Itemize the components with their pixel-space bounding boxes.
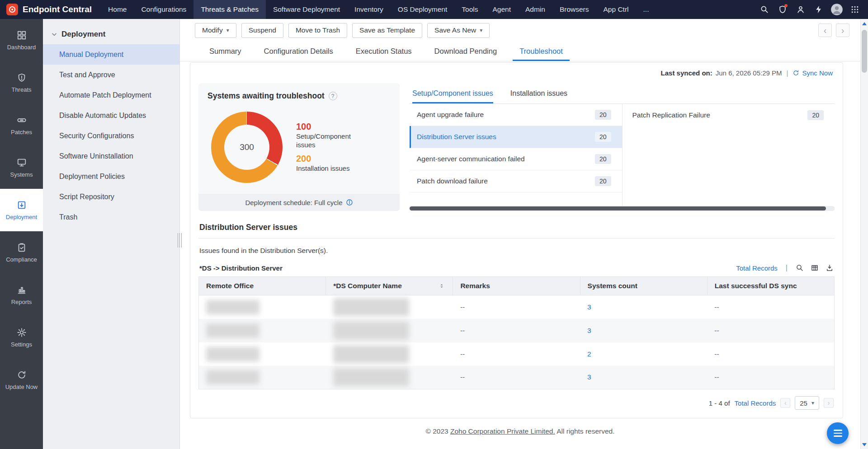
modify-button[interactable]: Modify▾ [195, 23, 236, 38]
info-icon[interactable] [346, 199, 353, 206]
nav-home[interactable]: Home [101, 0, 134, 19]
nav-configurations[interactable]: Configurations [134, 0, 193, 19]
apps-grid-icon[interactable] [847, 2, 863, 17]
table-row[interactable]: -- 3 -- [199, 366, 835, 389]
col-last-successful-ds-sync[interactable]: Last successful DS sync [707, 277, 834, 295]
tab-setup-component-issues[interactable]: Setup/Component issues [412, 83, 493, 103]
systems-count-link[interactable]: 3 [587, 373, 591, 381]
sidebar-item-security-configurations[interactable]: Security Configurations [43, 126, 179, 146]
issue-patch-replication-failure[interactable]: Patch Replication Failure 20 [623, 104, 835, 126]
column-chooser-icon[interactable] [811, 264, 819, 272]
rail-item-dashboard[interactable]: Dashboard [0, 19, 43, 61]
search-icon[interactable] [757, 2, 772, 17]
table-search-icon[interactable] [796, 264, 804, 272]
remarks-cell: -- [453, 342, 580, 366]
tab-execution-status[interactable]: Execution Status [344, 42, 423, 61]
table-row[interactable]: -- 3 -- [199, 295, 835, 319]
col-systems-count[interactable]: Systems count [580, 277, 707, 295]
tab-summary[interactable]: Summary [198, 42, 253, 61]
scroll-up-arrow[interactable] [861, 20, 868, 27]
rail-item-threats[interactable]: Threats [0, 61, 43, 104]
rail-item-update-now[interactable]: Update Now [0, 359, 43, 401]
sidebar-item-deployment-policies[interactable]: Deployment Policies [43, 166, 179, 187]
sync-now-button[interactable]: Sync Now [793, 69, 833, 77]
suspend-button[interactable]: Suspend [241, 23, 283, 38]
tab-troubleshoot[interactable]: Troubleshoot [508, 42, 574, 61]
issue-count-badge[interactable]: 20 [807, 110, 824, 120]
rail-item-systems[interactable]: Systems [0, 146, 43, 189]
sidebar-item-test-and-approve[interactable]: Test and Approve [43, 65, 179, 85]
page-size-select[interactable]: 25 ▾ [795, 396, 819, 410]
next-config-button[interactable]: › [836, 23, 849, 37]
quick-actions-bolt-icon[interactable] [811, 2, 826, 17]
issue-agent-server-communication-failed[interactable]: Agent-server communication failed 20 [410, 148, 622, 170]
nav-app-ctrl[interactable]: App Ctrl [596, 0, 636, 19]
vertical-scrollbar[interactable] [860, 19, 868, 449]
sort-icon[interactable] [438, 282, 445, 290]
sidebar-item-trash[interactable]: Trash [43, 207, 179, 227]
issue-distribution-server-issues[interactable]: Distribution Server issues 20 [410, 126, 622, 148]
rail-item-compliance[interactable]: Compliance [0, 231, 43, 274]
sidebar-item-automate-patch-deployment[interactable]: Automate Patch Deployment [43, 85, 179, 105]
issue-agent-upgrade-failure[interactable]: Agent upgrade failure 20 [410, 104, 622, 126]
help-icon[interactable]: ? [329, 92, 337, 100]
prev-config-button[interactable]: ‹ [818, 23, 832, 37]
table-row[interactable]: -- 3 -- [199, 319, 835, 342]
security-badge-icon[interactable] [775, 2, 790, 17]
nav-os-deployment[interactable]: OS Deployment [391, 0, 454, 19]
chevron-down-icon [51, 31, 57, 37]
tab-download-pending[interactable]: Download Pending [423, 42, 509, 61]
rail-item-deployment[interactable]: Deployment [0, 189, 43, 231]
col-remarks[interactable]: Remarks [453, 277, 580, 295]
last-synced-value: Jun 6, 2026 05:29 PM [716, 69, 782, 77]
zoho-link[interactable]: Zoho Corporation Private Limited. [450, 427, 555, 435]
nav-software-deployment[interactable]: Software Deployment [266, 0, 347, 19]
total-records-link[interactable]: Total Records [736, 264, 778, 272]
col-ds-computer-name[interactable]: *DS Computer Name [326, 277, 453, 295]
rail-item-settings[interactable]: Settings [0, 316, 43, 359]
issue-count-badge[interactable]: 20 [595, 132, 611, 142]
pagination-prev-button[interactable]: ‹ [780, 398, 790, 408]
nav-inventory[interactable]: Inventory [347, 0, 391, 19]
export-icon[interactable] [826, 264, 834, 272]
issue-count-badge[interactable]: 20 [595, 176, 611, 186]
pagination-next-button[interactable]: › [824, 398, 834, 408]
systems-count-link[interactable]: 3 [587, 303, 591, 311]
sidebar-group-deployment[interactable]: Deployment [43, 26, 179, 44]
sidebar-collapse-handle[interactable] [178, 233, 182, 248]
nav-more[interactable]: ... [636, 0, 656, 19]
rail-item-patches[interactable]: Patches [0, 104, 43, 146]
tab-installation-issues[interactable]: Installation issues [510, 83, 567, 103]
user-license-icon[interactable] [793, 2, 808, 17]
issue-count-badge[interactable]: 20 [595, 154, 611, 164]
nav-admin[interactable]: Admin [518, 0, 552, 19]
systems-count-link[interactable]: 3 [587, 327, 591, 334]
table-row[interactable]: -- 2 -- [199, 342, 835, 366]
scroll-down-arrow[interactable] [861, 441, 868, 448]
nav-agent[interactable]: Agent [485, 0, 518, 19]
move-to-trash-button[interactable]: Move to Trash [288, 23, 347, 38]
user-avatar[interactable] [829, 2, 844, 17]
col-remote-office[interactable]: Remote Office [199, 277, 326, 295]
pagination-total-records-link[interactable]: Total Records [735, 399, 776, 407]
save-as-template-button[interactable]: Save as Template [352, 23, 422, 38]
issue-patch-download-failure[interactable]: Patch download failure 20 [410, 170, 622, 192]
vertical-scrollbar-thumb[interactable] [862, 30, 867, 73]
sidebar-item-software-uninstallation[interactable]: Software Uninstallation [43, 146, 179, 166]
quick-actions-fab[interactable] [827, 422, 849, 444]
sidebar-item-script-repository[interactable]: Script Repository [43, 187, 179, 207]
issue-count-badge[interactable]: 20 [595, 110, 611, 120]
tab-configuration-details[interactable]: Configuration Details [253, 42, 344, 61]
sync-refresh-icon [793, 70, 799, 76]
horizontal-scrollbar-thumb[interactable] [410, 206, 826, 210]
deployment-icon [17, 200, 27, 210]
brand[interactable]: Endpoint Central [0, 0, 101, 19]
nav-browsers[interactable]: Browsers [552, 0, 596, 19]
rail-item-reports[interactable]: Reports [0, 274, 43, 316]
systems-count-link[interactable]: 2 [587, 350, 591, 358]
sidebar-item-disable-automatic-updates[interactable]: Disable Automatic Updates [43, 105, 179, 126]
save-as-new-button[interactable]: Save As New▾ [427, 23, 490, 38]
sidebar-item-manual-deployment[interactable]: Manual Deployment [43, 44, 179, 65]
nav-tools[interactable]: Tools [454, 0, 485, 19]
nav-threats-patches[interactable]: Threats & Patches [193, 0, 266, 19]
